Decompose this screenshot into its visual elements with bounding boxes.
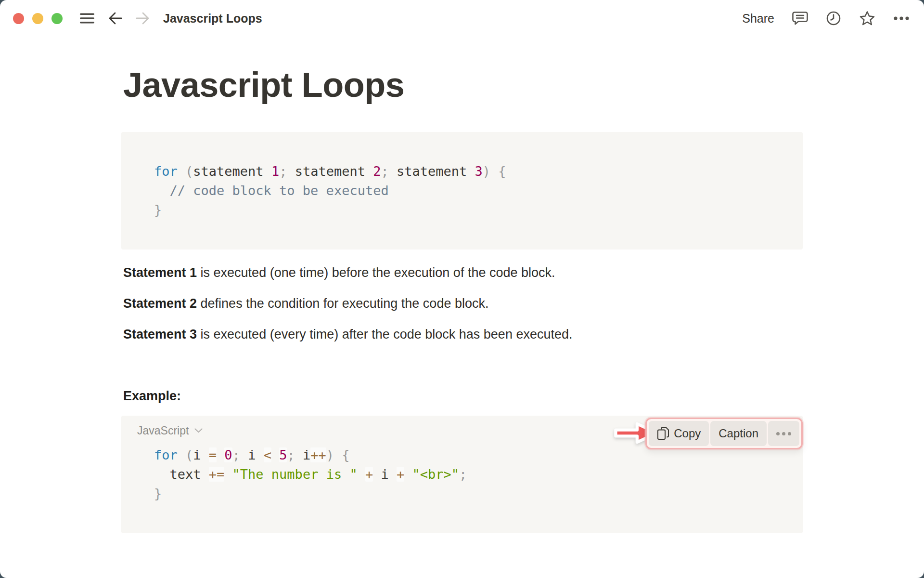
sidebar-menu-button[interactable] [79, 12, 95, 25]
language-dropdown[interactable]: JavaScript [137, 423, 203, 438]
comments-button[interactable] [792, 11, 808, 26]
paragraph-statement-2: Statement 2 defines the condition for ex… [123, 296, 803, 312]
share-button[interactable]: Share [742, 12, 774, 26]
app-window: Javascript Loops Share [0, 0, 924, 578]
star-icon [859, 11, 875, 26]
copy-label: Copy [674, 427, 701, 440]
forward-button[interactable] [135, 11, 151, 26]
window-controls [13, 13, 63, 24]
arrow-left-icon [107, 11, 123, 26]
toolbar-highlight-box: Copy Caption [645, 418, 803, 449]
bold-term: Statement 3 [123, 327, 197, 342]
page-title: Javascript Loops [123, 66, 803, 103]
close-button[interactable] [13, 13, 24, 24]
paragraph-text: defines the condition for executing the … [197, 296, 488, 311]
more-options-button[interactable] [893, 16, 910, 21]
caption-button[interactable]: Caption [710, 421, 767, 446]
clock-icon [826, 11, 841, 26]
paragraph-text: is executed (one time) before the execut… [197, 265, 555, 280]
desktop-backdrop: { "colors": { "backdrop": "#42525c", "co… [0, 0, 924, 578]
back-button[interactable] [107, 11, 123, 26]
favorite-button[interactable] [859, 11, 875, 26]
fullscreen-button[interactable] [51, 13, 63, 24]
bold-term: Statement 2 [123, 296, 197, 311]
example-heading: Example: [123, 388, 803, 404]
syntax-code-block[interactable]: for (statement 1; statement 2; statement… [121, 132, 803, 250]
code-text: for (i = 0; i < 5; i++) { text += "The n… [121, 438, 803, 533]
example-code-block[interactable]: JavaScript for (i = 0; i < 5; i++) { tex… [121, 416, 803, 533]
titlebar: Javascript Loops Share [0, 0, 924, 37]
paragraph-statement-3: Statement 3 is executed (every time) aft… [123, 327, 803, 342]
body-paragraphs: Statement 1 is executed (one time) befor… [121, 265, 803, 342]
toolbar-more-button[interactable] [768, 421, 799, 446]
caption-label: Caption [719, 427, 758, 440]
comment-icon [792, 11, 808, 26]
ellipsis-icon [776, 432, 791, 435]
breadcrumb-title[interactable]: Javascript Loops [163, 12, 262, 26]
language-label: JavaScript [137, 423, 189, 438]
titlebar-actions: Share [742, 11, 910, 26]
paragraph-text: is executed (every time) after the code … [197, 327, 572, 342]
ellipsis-icon [893, 16, 910, 21]
minimize-button[interactable] [32, 13, 43, 24]
code-text: for (statement 1; statement 2; statement… [121, 132, 803, 250]
copy-icon [657, 427, 669, 440]
history-button[interactable] [826, 11, 841, 26]
paragraph-statement-1: Statement 1 is executed (one time) befor… [123, 265, 803, 281]
copy-button[interactable]: Copy [649, 421, 709, 446]
bold-term: Statement 1 [123, 265, 197, 280]
chevron-down-icon [194, 428, 203, 433]
page-content: Javascript Loops for (statement 1; state… [121, 66, 803, 533]
hamburger-icon [79, 12, 95, 25]
arrow-right-icon [135, 11, 151, 26]
